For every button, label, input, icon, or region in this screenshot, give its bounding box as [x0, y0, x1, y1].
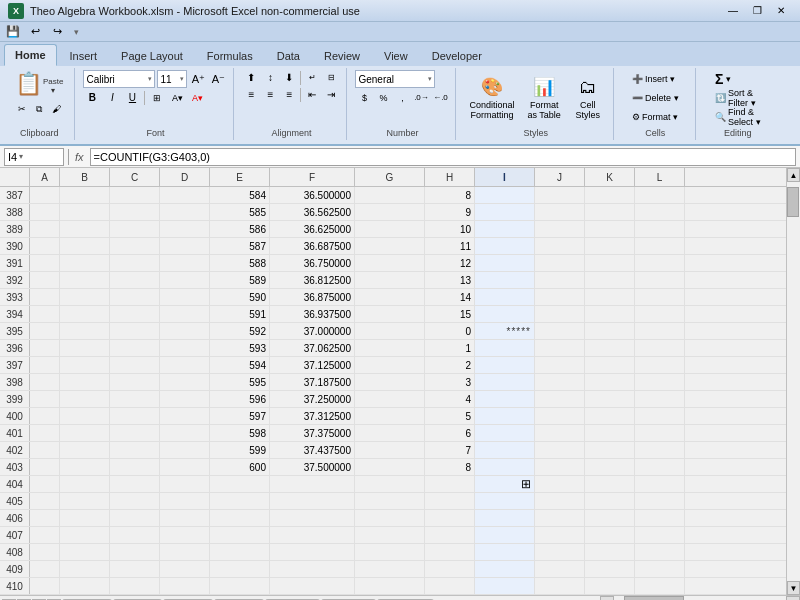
window-controls[interactable]: — ❐ ✕	[722, 3, 792, 19]
cell-e[interactable]: 589	[210, 272, 270, 288]
close-button[interactable]: ✕	[770, 3, 792, 19]
col-header-k[interactable]: K	[585, 168, 635, 186]
cell-e[interactable]: 593	[210, 340, 270, 356]
increase-indent-button[interactable]: ⇥	[322, 87, 340, 102]
cell-b[interactable]	[60, 306, 110, 322]
cell-k[interactable]	[585, 442, 635, 458]
cell-k[interactable]	[585, 255, 635, 271]
cell-h[interactable]: 10	[425, 221, 475, 237]
cell-e[interactable]: 597	[210, 408, 270, 424]
formula-input[interactable]: =COUNTIF(G3:G403,0)	[90, 148, 796, 166]
format-cells-button[interactable]: ⚙ Format ▾	[628, 108, 682, 126]
cell-b[interactable]	[60, 357, 110, 373]
cell-h[interactable]: 5	[425, 408, 475, 424]
hscroll-left-button[interactable]: ◂	[600, 596, 614, 600]
cell-k[interactable]	[585, 340, 635, 356]
cell-h[interactable]: 8	[425, 187, 475, 203]
col-header-l[interactable]: L	[635, 168, 685, 186]
cell-d[interactable]	[160, 255, 210, 271]
cell-g[interactable]	[355, 408, 425, 424]
cell-a[interactable]	[30, 289, 60, 305]
cell-f[interactable]: 37.437500	[270, 442, 355, 458]
number-format-selector[interactable]: General ▾	[355, 70, 435, 88]
row-number-cell[interactable]: 397	[0, 357, 30, 373]
cell-k[interactable]	[585, 323, 635, 339]
cell-l[interactable]	[635, 493, 685, 509]
cell-h[interactable]: 8	[425, 459, 475, 475]
decrease-decimal-button[interactable]: ←.0	[431, 90, 449, 105]
cell-a[interactable]	[30, 238, 60, 254]
cell-b[interactable]	[60, 204, 110, 220]
cell-d[interactable]	[160, 306, 210, 322]
cell-l[interactable]	[635, 408, 685, 424]
cell-l[interactable]	[635, 255, 685, 271]
cell-a[interactable]	[30, 221, 60, 237]
cell-c[interactable]	[110, 221, 160, 237]
cell-f[interactable]: 36.500000	[270, 187, 355, 203]
cell-e[interactable]	[210, 476, 270, 492]
cell-g[interactable]	[355, 221, 425, 237]
cell-i[interactable]	[475, 578, 535, 594]
paste-dropdown[interactable]: ▾	[51, 86, 55, 95]
align-middle-button[interactable]: ↕	[261, 70, 279, 85]
cell-c[interactable]	[110, 561, 160, 577]
cell-h[interactable]	[425, 561, 475, 577]
cell-l[interactable]	[635, 442, 685, 458]
cell-j[interactable]	[535, 255, 585, 271]
format-as-table-button[interactable]: 📊 Formatas Table	[523, 70, 566, 124]
cell-g[interactable]	[355, 442, 425, 458]
cell-b[interactable]	[60, 578, 110, 594]
cell-f[interactable]: 37.062500	[270, 340, 355, 356]
cell-h[interactable]: 13	[425, 272, 475, 288]
cell-j[interactable]	[535, 476, 585, 492]
cell-d[interactable]	[160, 238, 210, 254]
vscroll-down-button[interactable]: ▼	[787, 581, 800, 595]
cell-e[interactable]: 588	[210, 255, 270, 271]
cell-b[interactable]	[60, 221, 110, 237]
row-number-cell[interactable]: 396	[0, 340, 30, 356]
cell-b[interactable]	[60, 510, 110, 526]
tab-insert[interactable]: Insert	[59, 44, 109, 66]
cell-h[interactable]	[425, 544, 475, 560]
cell-l[interactable]	[635, 391, 685, 407]
cell-j[interactable]	[535, 510, 585, 526]
cell-c[interactable]	[110, 255, 160, 271]
cell-e[interactable]: 595	[210, 374, 270, 390]
autosum-dropdown[interactable]: ▾	[726, 74, 731, 84]
vscroll-up-button[interactable]: ▲	[787, 168, 800, 182]
currency-button[interactable]: $	[355, 90, 373, 105]
cell-i[interactable]	[475, 238, 535, 254]
tab-view[interactable]: View	[373, 44, 419, 66]
cell-l[interactable]	[635, 187, 685, 203]
cell-g[interactable]	[355, 306, 425, 322]
cell-k[interactable]	[585, 510, 635, 526]
cell-i[interactable]	[475, 510, 535, 526]
font-size-selector[interactable]: 11 ▾	[157, 70, 187, 88]
cell-j[interactable]	[535, 459, 585, 475]
comma-button[interactable]: ,	[393, 90, 411, 105]
decrease-font-button[interactable]: A⁻	[209, 72, 227, 87]
cell-f[interactable]: 36.875000	[270, 289, 355, 305]
cell-i[interactable]	[475, 527, 535, 543]
percent-button[interactable]: %	[374, 90, 392, 105]
col-header-g[interactable]: G	[355, 168, 425, 186]
cell-j[interactable]	[535, 272, 585, 288]
cell-f[interactable]: 37.000000	[270, 323, 355, 339]
cell-k[interactable]	[585, 187, 635, 203]
cell-g[interactable]	[355, 255, 425, 271]
cell-d[interactable]	[160, 510, 210, 526]
cell-b[interactable]	[60, 272, 110, 288]
cell-k[interactable]	[585, 221, 635, 237]
cell-i[interactable]	[475, 391, 535, 407]
cell-h[interactable]	[425, 527, 475, 543]
cell-i[interactable]	[475, 374, 535, 390]
cell-i[interactable]: ⊞	[475, 476, 535, 492]
row-number-cell[interactable]: 392	[0, 272, 30, 288]
cell-f[interactable]	[270, 544, 355, 560]
cell-g[interactable]	[355, 391, 425, 407]
cell-a[interactable]	[30, 408, 60, 424]
col-header-j[interactable]: J	[535, 168, 585, 186]
row-number-cell[interactable]: 406	[0, 510, 30, 526]
cell-a[interactable]	[30, 306, 60, 322]
cell-b[interactable]	[60, 459, 110, 475]
